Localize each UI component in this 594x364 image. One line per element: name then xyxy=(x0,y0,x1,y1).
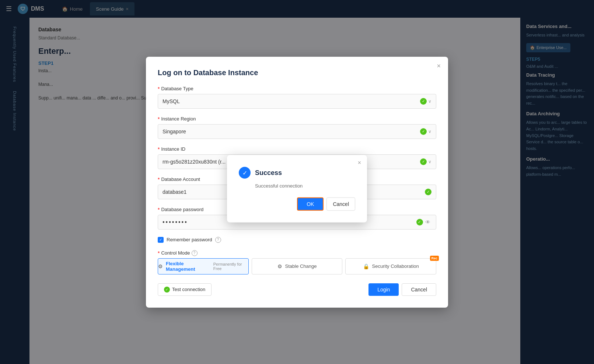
login-button[interactable]: Login xyxy=(368,283,399,296)
main-cancel-button[interactable]: Cancel xyxy=(402,283,436,296)
control-mode-row: * Control Mode ? ⚙ Flexible Management P… xyxy=(158,250,436,274)
remember-password-row: ✓ Remember password ? xyxy=(158,237,436,243)
check-icon: ✓ xyxy=(420,128,427,135)
chevron-down-icon: ∨ xyxy=(428,129,431,134)
remember-password-label: Remember password xyxy=(167,237,212,242)
cancel-button[interactable]: Cancel xyxy=(326,197,355,211)
control-mode-label: * Control Mode ? xyxy=(158,250,436,256)
success-icon: ✓ xyxy=(239,167,251,179)
help-icon[interactable]: ? xyxy=(192,250,198,256)
control-option-stable[interactable]: ⚙ Stable Change xyxy=(252,258,343,274)
flexible-sublabel: Permanently for Free xyxy=(213,262,248,271)
database-type-select[interactable]: MySQL ✓ ∨ xyxy=(158,94,436,109)
check-icon: ✓ xyxy=(420,98,427,105)
modal-close-button[interactable]: × xyxy=(437,63,441,69)
success-close-button[interactable]: × xyxy=(358,160,361,166)
remember-password-checkbox[interactable]: ✓ xyxy=(158,237,164,243)
test-connection-label: Test connection xyxy=(172,287,205,292)
check-icon: ✓ xyxy=(420,158,427,165)
check-icon: ✓ xyxy=(416,219,423,225)
control-mode-options: ⚙ Flexible Management Permanently for Fr… xyxy=(158,258,436,274)
test-connection-button[interactable]: ✓ Test connection xyxy=(158,283,212,296)
database-type-value: MySQL xyxy=(163,98,420,104)
eye-icon[interactable]: 👁 xyxy=(425,219,431,225)
instance-region-label: * Instance Region xyxy=(158,116,436,122)
database-type-label: * Database Type xyxy=(158,86,436,92)
success-footer: OK Cancel xyxy=(239,197,355,211)
security-label: Security Collaboration xyxy=(372,263,419,269)
instance-region-row: * Instance Region Singapore ✓ ∨ xyxy=(158,116,436,139)
instance-id-label: * Instance ID xyxy=(158,146,436,152)
required-star: * xyxy=(158,86,160,92)
help-icon[interactable]: ? xyxy=(215,237,221,243)
success-message: Successful connection xyxy=(255,183,355,189)
database-type-row: * Database Type MySQL ✓ ∨ xyxy=(158,86,436,109)
rec-badge: Rec xyxy=(430,256,439,261)
select-icons: ✓ ∨ xyxy=(420,98,431,105)
instance-region-select[interactable]: Singapore ✓ ∨ xyxy=(158,124,436,139)
success-dialog: × ✓ Success Successful connection OK Can… xyxy=(227,155,367,223)
check-icon: ✓ xyxy=(425,189,431,195)
control-option-security[interactable]: 🔒 Security Collaboration Rec xyxy=(345,258,436,274)
password-value: •••••••• xyxy=(163,219,188,225)
footer-right: Login Cancel xyxy=(368,283,436,296)
required-star: * xyxy=(158,146,160,152)
success-header: ✓ Success xyxy=(239,167,355,179)
control-option-flexible[interactable]: ⚙ Flexible Management Permanently for Fr… xyxy=(158,258,249,274)
stable-icon: ⚙ xyxy=(277,263,282,269)
flexible-label: Flexible Management xyxy=(166,261,210,272)
flexible-icon: ⚙ xyxy=(158,263,163,269)
security-icon: 🔒 xyxy=(363,263,369,269)
ok-button[interactable]: OK xyxy=(297,197,324,211)
select-icons: ✓ ∨ xyxy=(420,158,431,165)
select-icons: ✓ ∨ xyxy=(420,128,431,135)
chevron-down-icon: ∨ xyxy=(428,159,431,164)
required-star: * xyxy=(158,207,160,213)
modal-title: Log on to Database Instance xyxy=(158,69,436,77)
required-star: * xyxy=(158,250,160,256)
chevron-down-icon: ∨ xyxy=(428,99,431,104)
stable-label: Stable Change xyxy=(285,263,317,269)
instance-region-value: Singapore xyxy=(163,129,420,134)
success-title: Success xyxy=(255,169,282,176)
modal-footer: ✓ Test connection Login Cancel xyxy=(158,283,436,296)
required-star: * xyxy=(158,176,160,182)
modal-overlay: Log on to Database Instance × * Database… xyxy=(0,0,594,364)
required-star: * xyxy=(158,116,160,122)
logon-modal: Log on to Database Instance × * Database… xyxy=(146,57,448,308)
test-check-icon: ✓ xyxy=(164,287,170,293)
select-icons: ✓ xyxy=(425,189,431,195)
password-field-icons: ✓ 👁 xyxy=(416,219,431,225)
